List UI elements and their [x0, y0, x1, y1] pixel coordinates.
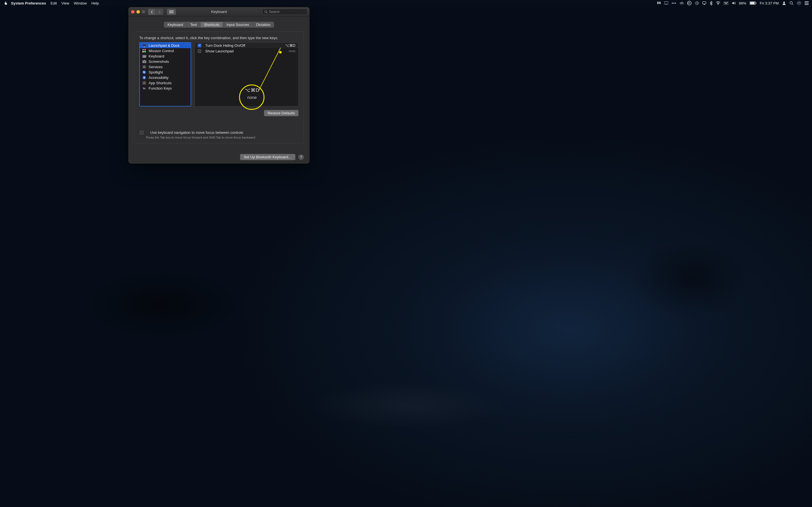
- category-label: App Shortcuts: [149, 81, 172, 85]
- menu-window[interactable]: Window: [74, 1, 87, 5]
- category-label: Accessibility: [149, 75, 168, 80]
- svg-rect-23: [142, 49, 144, 50]
- svg-rect-31: [144, 60, 145, 61]
- accessibility-icon: [142, 75, 146, 80]
- category-spotlight[interactable]: Spotlight: [140, 69, 191, 75]
- shortcut-row[interactable]: Show Launchpad none: [195, 48, 298, 54]
- category-label: Screenshots: [149, 59, 169, 64]
- category-list[interactable]: Launchpad & Dock Mission Control: [139, 42, 191, 107]
- svg-rect-27: [142, 55, 146, 58]
- search-blue-icon: [142, 70, 146, 74]
- svg-point-33: [142, 70, 146, 74]
- restore-defaults-button[interactable]: Restore Defaults: [264, 110, 299, 116]
- shortcut-checkbox[interactable]: [198, 49, 201, 53]
- tab-keyboard[interactable]: Keyboard: [164, 22, 187, 27]
- shortcut-checkbox[interactable]: [198, 44, 201, 47]
- category-mission-control[interactable]: Mission Control: [140, 48, 191, 54]
- category-accessibility[interactable]: Accessibility: [140, 75, 191, 80]
- apple-menu-icon[interactable]: [3, 1, 7, 6]
- category-label: Launchpad & Dock: [149, 43, 180, 48]
- app-icon: [142, 81, 146, 85]
- search-field[interactable]: Search: [262, 9, 307, 15]
- gear-icon: [142, 65, 146, 69]
- shortcut-label: Turn Dock Hiding On/Off: [205, 43, 285, 48]
- preferences-window: Keyboard Search Keyboard Text Shortcuts …: [128, 7, 310, 164]
- shortcut-keys[interactable]: none: [289, 49, 296, 53]
- svg-point-30: [144, 61, 145, 62]
- category-label: Services: [149, 65, 163, 69]
- svg-rect-21: [142, 44, 146, 47]
- bluetooth-keyboard-button[interactable]: Set Up Bluetooth Keyboard…: [240, 154, 296, 160]
- category-launchpad-dock[interactable]: Launchpad & Dock: [140, 43, 191, 48]
- svg-rect-37: [142, 81, 146, 85]
- svg-rect-28: [143, 57, 146, 57]
- tab-input-sources[interactable]: Input Sources: [223, 22, 253, 27]
- kb-nav-checkbox[interactable]: [140, 131, 144, 134]
- category-function-keys[interactable]: fn Function Keys: [140, 86, 191, 91]
- show-all-prefs-button[interactable]: [167, 9, 176, 15]
- window-zoom-button: [142, 10, 145, 13]
- shortcut-keys[interactable]: ⌥⌘D: [285, 43, 296, 48]
- kb-nav-hint: Press the Tab key to move focus forward …: [146, 136, 298, 139]
- menu-view[interactable]: View: [61, 1, 69, 5]
- search-placeholder: Search: [269, 10, 280, 14]
- category-label: Keyboard: [149, 54, 164, 58]
- app-menu-items: System Preferences Edit View Window Help: [11, 1, 99, 5]
- grid-color-icon: [142, 49, 146, 53]
- category-label: Mission Control: [149, 49, 174, 53]
- svg-point-36: [144, 76, 144, 77]
- help-button[interactable]: ?: [298, 154, 304, 160]
- svg-point-20: [265, 11, 267, 13]
- svg-point-32: [144, 66, 145, 68]
- instruction-text: To change a shortcut, select it, click t…: [139, 36, 299, 40]
- category-services[interactable]: Services: [140, 64, 191, 69]
- category-label: Spotlight: [149, 70, 163, 74]
- svg-rect-26: [144, 51, 146, 52]
- fn-icon: fn: [142, 86, 146, 91]
- kb-nav-label: Use keyboard navigation to move focus be…: [150, 130, 243, 135]
- svg-rect-22: [144, 47, 145, 47]
- category-app-shortcuts[interactable]: App Shortcuts: [140, 80, 191, 86]
- tab-dictation[interactable]: Dictation: [253, 22, 274, 27]
- pref-tabs: Keyboard Text Shortcuts Input Sources Di…: [128, 22, 310, 27]
- svg-rect-24: [144, 49, 146, 50]
- category-label: Function Keys: [149, 86, 172, 91]
- menubar: System Preferences Edit View Window Help…: [0, 0, 392, 6]
- shortcut-row[interactable]: Turn Dock Hiding On/Off ⌥⌘D: [195, 43, 298, 48]
- category-screenshots[interactable]: Screenshots: [140, 59, 191, 64]
- shortcut-list[interactable]: Turn Dock Hiding On/Off ⌥⌘D Show Launchp…: [195, 42, 299, 107]
- category-keyboard[interactable]: Keyboard: [140, 54, 191, 59]
- window-titlebar: Keyboard Search: [128, 7, 310, 17]
- keyboard-icon: [142, 54, 146, 58]
- display-icon: [142, 43, 146, 48]
- menu-help[interactable]: Help: [91, 1, 99, 5]
- nav-back-button[interactable]: [148, 9, 156, 15]
- tab-text[interactable]: Text: [187, 22, 201, 27]
- shortcut-label: Show Launchpad: [205, 49, 289, 53]
- menu-edit[interactable]: Edit: [50, 1, 57, 5]
- camera-icon: [142, 59, 146, 64]
- window-close-button[interactable]: [131, 10, 135, 13]
- menu-app-name[interactable]: System Preferences: [11, 1, 46, 5]
- window-minimize-button[interactable]: [137, 10, 140, 13]
- shortcuts-group: To change a shortcut, select it, click t…: [134, 32, 304, 144]
- svg-rect-25: [142, 51, 144, 52]
- tab-shortcuts[interactable]: Shortcuts: [200, 22, 223, 27]
- nav-forward-button: [156, 9, 163, 15]
